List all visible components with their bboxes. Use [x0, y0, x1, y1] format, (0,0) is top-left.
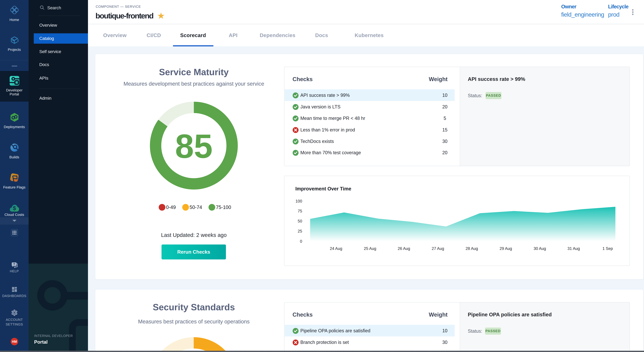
- svg-text:27 Aug: 27 Aug: [432, 246, 444, 251]
- svg-text:0: 0: [300, 239, 302, 244]
- svg-text:100: 100: [296, 199, 302, 203]
- svg-text:?: ?: [13, 262, 15, 266]
- svg-text:24 Aug: 24 Aug: [330, 246, 342, 251]
- svg-text:50: 50: [298, 219, 302, 223]
- svg-text:75: 75: [298, 209, 302, 213]
- svg-text:30 Aug: 30 Aug: [534, 246, 546, 251]
- svg-text:$: $: [13, 205, 16, 211]
- svg-text:29 Aug: 29 Aug: [500, 246, 512, 251]
- svg-text:26 Aug: 26 Aug: [398, 246, 410, 251]
- svg-text:Improvement Over Time: Improvement Over Time: [295, 186, 351, 191]
- svg-text:25 Aug: 25 Aug: [364, 246, 376, 251]
- svg-text:31 Aug: 31 Aug: [568, 246, 580, 251]
- svg-text:85: 85: [175, 127, 212, 165]
- svg-text:25: 25: [298, 229, 302, 233]
- svg-text:28 Aug: 28 Aug: [466, 246, 478, 251]
- svg-text:1 Sep: 1 Sep: [602, 246, 613, 251]
